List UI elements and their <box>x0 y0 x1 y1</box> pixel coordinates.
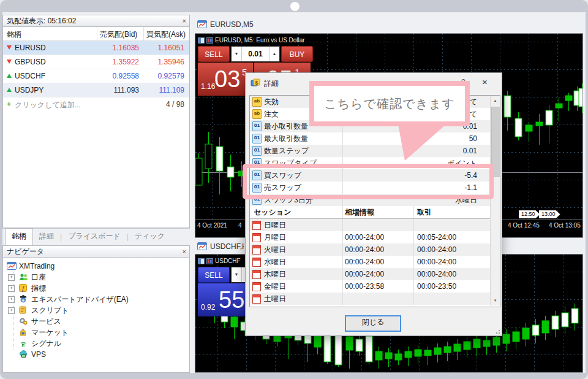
tree-item-label: 口座 <box>31 273 46 281</box>
time-axis-label: 4 <box>238 222 242 229</box>
panel-tab-4[interactable]: ティック <box>129 229 171 245</box>
expand-icon[interactable]: + <box>8 274 15 281</box>
session-day: 日曜日 <box>264 220 286 231</box>
market-watch-row[interactable]: GBPUSD 1.35922 1.35946 <box>3 55 189 69</box>
field-type-icon: ab <box>252 109 262 119</box>
svg-text:$: $ <box>255 80 258 86</box>
close-icon[interactable]: × <box>482 77 488 87</box>
navigator-panel: XMTrading + 口座 + f 指標 + エキスパートアドバイザ(EA) … <box>2 258 190 373</box>
session-row[interactable]: 水曜日 00:00-24:00 00:00-24:00 <box>250 256 491 268</box>
session-trade: 00:00-24:00 <box>417 245 456 254</box>
sell-price-big: 55 <box>219 285 244 315</box>
calendar-icon <box>252 282 261 291</box>
calendar-icon <box>252 294 261 304</box>
market-watch-row[interactable]: USDCHF 0.92558 0.92579 <box>3 69 189 83</box>
volume-increase-button[interactable]: ▲ <box>269 47 279 61</box>
column-ask[interactable]: 買気配(Ask) <box>144 27 189 40</box>
panel-tab-3[interactable]: プライスボード <box>62 229 127 245</box>
close-dialog-button[interactable]: 閉じる <box>345 315 401 332</box>
panel-tab-1[interactable]: 銘柄 <box>5 228 33 245</box>
field-type-icon: 01 <box>252 121 262 131</box>
bid-price: 1.35922 <box>97 55 144 69</box>
symbol-name: GBPUSD <box>15 58 46 66</box>
ask-price: 111.109 <box>144 83 189 97</box>
expand-icon[interactable]: + <box>8 307 15 314</box>
sidebar-item-indicators[interactable]: + f 指標 <box>3 283 189 294</box>
scroll-up-icon[interactable]: ▲ <box>491 96 500 105</box>
sidebar-item-services[interactable]: サービス <box>3 316 189 327</box>
depth-icon <box>198 37 205 44</box>
sell-button[interactable]: SELL <box>198 46 230 62</box>
time-flag: 13:00 <box>539 210 560 218</box>
volume-value[interactable]: 0.01 <box>242 47 269 61</box>
symbol-name: EURUSD <box>15 44 46 52</box>
bid-price: 0.92558 <box>97 69 144 83</box>
specification-row[interactable]: 01 最大取引数量 50 <box>250 132 491 145</box>
field-label: 失効 <box>264 97 279 107</box>
session-row[interactable]: 土曜日 <box>250 293 491 305</box>
session-row[interactable]: 金曜日 00:00-23:58 00:00-23:50 <box>250 280 491 293</box>
chart-window-tab-usdchf[interactable]: USDCHF,H1 <box>197 240 244 253</box>
symbol-name: USDJPY <box>15 86 43 94</box>
plus-icon: + <box>7 100 11 111</box>
trend-arrow-icon <box>7 59 12 64</box>
time-axis-label: 4 Oct 2021 <box>197 222 227 229</box>
sell-price-base: 0.92 <box>201 303 215 312</box>
one-click-title: EURUSD, M5: Euro vs US Dollar <box>198 35 313 46</box>
sidebar-item-ea[interactable]: + エキスパートアドバイザ(EA) <box>3 294 189 305</box>
session-row[interactable]: 日曜日 <box>250 219 491 231</box>
sell-button[interactable]: SELL <box>198 267 230 283</box>
expand-icon[interactable]: + <box>8 296 15 303</box>
field-label: 注文 <box>264 109 279 120</box>
tree-item-label: マーケット <box>31 328 69 337</box>
depth-icon <box>198 258 205 264</box>
scrollbar[interactable]: ▲ ▼ <box>490 96 500 305</box>
bid-price: 1.16035 <box>97 41 144 55</box>
trend-arrow-icon <box>7 45 12 50</box>
sidebar-item-scripts[interactable]: + スクリプト <box>3 305 189 316</box>
chart-tab-label: USDCHF,H1 <box>210 242 244 251</box>
market-watch-panel: 銘柄 売気配(Bid) 買気配(Ask) EURUSD 1.16035 1.16… <box>2 27 190 228</box>
close-icon[interactable]: × <box>183 246 186 257</box>
symbol-count: 4 / 98 <box>166 100 184 111</box>
market-watch-row[interactable]: USDJPY 111.093 111.109 <box>3 83 189 98</box>
session-row[interactable]: 火曜日 00:00-24:00 00:00-24:00 <box>250 243 491 256</box>
volume-decrease-button[interactable]: ▼ <box>232 267 242 282</box>
field-value: 50 <box>469 134 477 143</box>
chart-window-icon <box>197 243 207 252</box>
tree-item-label: 指標 <box>31 284 46 293</box>
close-icon[interactable]: × <box>183 15 186 26</box>
sidebar-item-vps[interactable]: VPS <box>3 349 189 360</box>
callout-tail <box>392 121 453 163</box>
specification-list: ab 失効 すべて ab 注文 すべて 01 最小取引数量 0.01 01 最大… <box>249 95 500 307</box>
sidebar-item-market[interactable]: マーケット <box>3 327 189 338</box>
market-watch-row[interactable]: EURUSD 1.16035 1.16051 <box>3 41 189 55</box>
time-axis-label: 4 Oct 13:05 <box>549 222 581 229</box>
session-quotes: 00:00-24:00 <box>345 233 384 242</box>
bid-price: 111.093 <box>97 83 144 97</box>
session-row[interactable]: 月曜日 00:00-24:00 00:05-24:00 <box>250 231 491 243</box>
sell-price-base: 1.16 <box>201 82 215 91</box>
session-row[interactable]: 木曜日 00:00-24:00 00:00-24:00 <box>250 268 491 280</box>
scroll-down-icon[interactable]: ▼ <box>491 296 500 305</box>
panel-tab-2[interactable]: 詳細 <box>33 229 60 245</box>
chart-window-tab-eurusd[interactable]: EURUSD,M5 <box>197 18 254 31</box>
column-bid[interactable]: 売気配(Bid) <box>97 27 144 40</box>
trend-arrow-icon <box>7 74 12 78</box>
session-trade: 00:05-24:00 <box>417 233 456 242</box>
market-watch-titlebar: 気配値表示: 05:16:02 × <box>2 15 190 27</box>
specification-row[interactable]: 01 数量ステップ 0.01 <box>250 145 491 157</box>
sidebar-item-platform[interactable]: XMTrading <box>3 261 189 272</box>
buy-button[interactable]: BUY <box>281 46 313 62</box>
add-symbol-row[interactable]: + クリックして追加... 4 / 98 <box>3 98 189 111</box>
add-symbol-label: クリックして追加... <box>15 100 81 111</box>
column-symbol[interactable]: 銘柄 <box>3 27 97 40</box>
sidebar-item-accounts[interactable]: + 口座 <box>3 272 189 283</box>
expand-icon[interactable]: + <box>8 285 15 292</box>
sidebar-item-signals[interactable]: シグナル <box>3 338 189 349</box>
resize-grip[interactable] <box>495 329 500 334</box>
volume-decrease-button[interactable]: ▼ <box>232 47 242 61</box>
market-watch-tabstrip: 銘柄詳細|プライスボード|ティック <box>2 228 190 244</box>
session-day: 金曜日 <box>264 281 286 292</box>
session-col-2: 相場情報 <box>345 207 374 218</box>
